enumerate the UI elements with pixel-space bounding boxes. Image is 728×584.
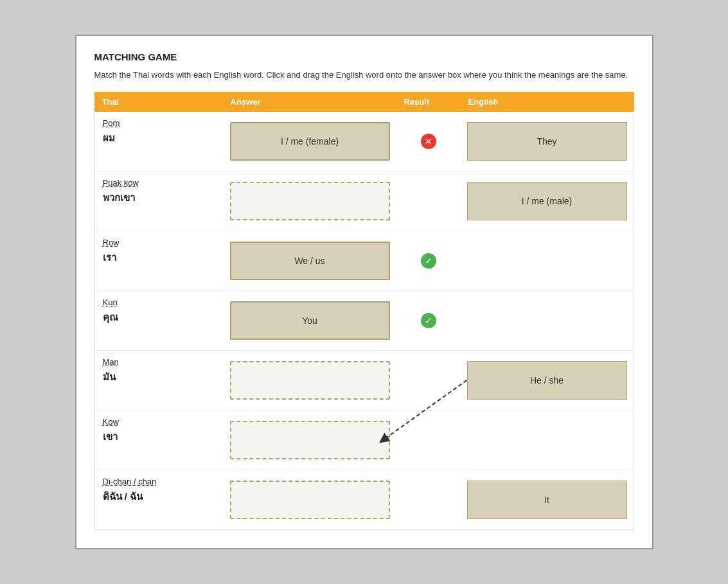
table-row: Di-chan / chanดิฉัน / ฉันIt bbox=[95, 470, 634, 529]
thai-script-row2: พวกเขา bbox=[103, 190, 135, 206]
thai-roman-row1: Pom bbox=[103, 118, 120, 128]
thai-roman-row4: Kun bbox=[103, 297, 118, 307]
thai-script-row1: ผม bbox=[103, 130, 115, 146]
english-cell-row2: I / me (male) bbox=[461, 172, 634, 231]
thai-roman-row2: Puak kow bbox=[103, 178, 139, 188]
instructions: Match the Thai words with each English w… bbox=[94, 69, 634, 82]
answer-cell-row1[interactable]: I / me (female) bbox=[224, 112, 396, 171]
table-row: Puak kowพวกเขาI / me (male) bbox=[95, 172, 634, 231]
english-cell-row5: He / she bbox=[461, 351, 634, 410]
col-answer: Answer bbox=[223, 92, 396, 112]
result-cell-row3: ✓ bbox=[396, 231, 461, 290]
table-row: KunคุณYou✓ bbox=[95, 291, 634, 351]
thai-cell-row3: Rowเรา bbox=[95, 231, 224, 290]
english-cell-row7: It bbox=[461, 470, 634, 529]
answer-cell-row6[interactable] bbox=[224, 411, 396, 470]
thai-roman-row3: Row bbox=[103, 238, 120, 247]
table-body: PomผมI / me (female)✕TheyPuak kowพวกเขาI… bbox=[94, 112, 634, 530]
english-cell-row3 bbox=[461, 231, 634, 290]
english-card-row7[interactable]: It bbox=[467, 481, 627, 519]
english-cell-row4 bbox=[461, 291, 634, 350]
answer-cell-row7[interactable] bbox=[224, 470, 396, 529]
thai-roman-row6: Kow bbox=[103, 417, 119, 427]
english-card-row5[interactable]: He / she bbox=[467, 361, 627, 400]
table-row: PomผมI / me (female)✕They bbox=[95, 112, 634, 172]
thai-script-row3: เรา bbox=[103, 250, 116, 265]
answer-box-row4[interactable]: You bbox=[230, 301, 390, 340]
answer-cell-row4[interactable]: You bbox=[224, 291, 396, 350]
table-header: Thai Answer Result English bbox=[94, 92, 634, 112]
col-thai: Thai bbox=[94, 92, 223, 112]
answer-box-row5[interactable] bbox=[230, 361, 390, 400]
incorrect-icon: ✕ bbox=[421, 134, 436, 149]
thai-cell-row2: Puak kowพวกเขา bbox=[95, 172, 224, 231]
answer-cell-row5[interactable] bbox=[224, 351, 396, 410]
result-cell-row2 bbox=[396, 172, 461, 231]
thai-script-row7: ดิฉัน / ฉัน bbox=[103, 489, 143, 504]
english-card-row1[interactable]: They bbox=[467, 122, 627, 161]
page-title: MATCHING GAME bbox=[94, 51, 634, 62]
thai-roman-row7: Di-chan / chan bbox=[103, 477, 157, 486]
answer-box-row1[interactable]: I / me (female) bbox=[230, 122, 390, 161]
result-cell-row5 bbox=[396, 351, 461, 410]
thai-cell-row7: Di-chan / chanดิฉัน / ฉัน bbox=[95, 470, 224, 529]
col-english: English bbox=[461, 92, 634, 112]
result-cell-row6 bbox=[396, 411, 461, 470]
correct-icon: ✓ bbox=[421, 313, 436, 328]
answer-box-row3[interactable]: We / us bbox=[230, 242, 390, 280]
table-row: Kowเขา bbox=[95, 411, 634, 470]
thai-cell-row6: Kowเขา bbox=[95, 411, 224, 470]
english-card-row2[interactable]: I / me (male) bbox=[467, 182, 627, 220]
thai-script-row4: คุณ bbox=[103, 310, 118, 325]
thai-script-row5: มัน bbox=[103, 369, 116, 385]
answer-cell-row2[interactable] bbox=[224, 172, 396, 231]
table-row: RowเราWe / us✓ bbox=[95, 231, 634, 291]
correct-icon: ✓ bbox=[421, 253, 436, 269]
result-cell-row1: ✕ bbox=[396, 112, 461, 171]
thai-roman-row5: Man bbox=[103, 357, 119, 367]
thai-cell-row1: Pomผม bbox=[95, 112, 224, 171]
thai-cell-row4: Kunคุณ bbox=[95, 291, 224, 350]
thai-cell-row5: Manมัน bbox=[95, 351, 224, 410]
result-cell-row7 bbox=[396, 470, 461, 529]
answer-box-row2[interactable] bbox=[230, 182, 390, 220]
col-result: Result bbox=[396, 92, 461, 112]
english-cell-row6 bbox=[461, 411, 634, 470]
answer-cell-row3[interactable]: We / us bbox=[224, 231, 396, 290]
result-cell-row4: ✓ bbox=[396, 291, 461, 350]
answer-box-row7[interactable] bbox=[230, 481, 390, 519]
table-row: ManมันHe / she bbox=[95, 351, 634, 411]
answer-box-row6[interactable] bbox=[230, 421, 390, 459]
thai-script-row6: เขา bbox=[103, 429, 118, 445]
english-cell-row1: They bbox=[461, 112, 634, 171]
page-container: MATCHING GAME Match the Thai words with … bbox=[75, 35, 653, 549]
